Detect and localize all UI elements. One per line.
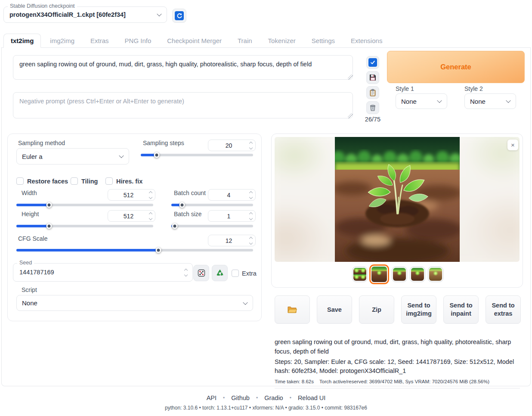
cfg-scale-input[interactable] [208,235,256,246]
style2-value: None [470,98,486,105]
sampling-steps-slider[interactable] [141,154,253,156]
slider-handle[interactable] [172,224,177,229]
checkpoint-select[interactable]: Stable Diffusion checkpoint protogenX34O… [3,6,167,23]
sampling-method-value: Euler a [22,153,43,160]
thumbnail[interactable] [410,267,425,282]
batch-count-label: Batch count [174,189,206,196]
clipboard-icon [369,89,377,96]
footer-link-api[interactable]: API [207,394,217,401]
recycle-icon [216,269,224,277]
extra-seed-checkbox[interactable] [232,270,239,277]
batch-size-slider[interactable] [171,225,253,227]
script-select[interactable]: None [16,295,253,311]
thumbnail[interactable] [428,267,443,282]
thumbnail-grid[interactable] [352,267,368,282]
width-input[interactable] [108,189,155,201]
tab-extensions[interactable]: Extensions [344,34,389,47]
thumbnail[interactable] [392,267,407,282]
reuse-seed-button[interactable] [212,265,228,281]
script-value: None [22,299,37,307]
image-viewer [275,137,520,262]
batch-count-slider[interactable] [171,204,253,206]
style2-select[interactable]: None [464,93,516,109]
dice-icon [197,269,206,277]
thumbnail-selected[interactable] [369,264,389,284]
cfg-scale-slider[interactable] [16,249,253,251]
chevron-down-icon [506,98,510,103]
width-label: Width [22,189,37,196]
tab-png-info[interactable]: PNG Info [118,34,158,47]
width-slider[interactable] [16,204,153,206]
sampling-steps-input[interactable] [208,140,256,151]
negative-prompt-input[interactable] [13,92,353,118]
tab-txt2img[interactable]: txt2img [3,34,41,48]
batch-count-input[interactable] [208,189,256,201]
vram-stats: Torch active/reserved: 3699/4702 MiB, Sy… [319,379,489,384]
seed-input[interactable]: Seed 1441787169 [13,263,193,282]
close-image-button[interactable]: × [507,140,518,150]
chevron-down-icon [243,300,247,304]
open-folder-button[interactable] [275,295,310,324]
chevron-down-icon [157,12,161,16]
generate-button[interactable]: Generate [387,51,525,83]
save-button[interactable]: Save [317,295,352,324]
slider-handle[interactable] [156,248,161,253]
zip-button[interactable]: Zip [359,295,394,324]
spinner-icon[interactable] [149,192,152,199]
spinner-icon[interactable] [250,237,252,244]
paste-style-clipboard-button[interactable] [366,86,379,99]
slider-handle[interactable] [46,224,52,229]
time-taken: Time taken: 8.62s [275,379,314,384]
restore-faces-checkbox[interactable] [16,177,24,185]
bullet-separator: • [223,395,225,401]
seed-label: Seed [17,260,34,266]
batch-size-input[interactable] [208,210,256,222]
tab-settings[interactable]: Settings [305,34,342,47]
send-to-inpaint-button[interactable]: Send to inpaint [443,295,479,324]
refresh-checkpoints-button[interactable] [172,9,186,23]
style1-select[interactable]: None [396,93,447,109]
tab-extras[interactable]: Extras [84,34,116,47]
clear-prompt-trash-button[interactable] [366,101,379,114]
generated-image[interactable] [335,137,460,262]
thumbnail-image [411,268,424,281]
hires-fix-checkbox[interactable] [105,177,113,185]
footer-links: API • Github • Gradio • Reload UI [207,394,326,401]
close-icon: × [511,141,515,149]
generation-info: green sapling rowing out of ground, mud,… [275,338,520,388]
spinner-icon[interactable] [250,192,252,199]
slider-handle[interactable] [154,152,159,158]
height-slider[interactable] [16,225,153,227]
apply-style-check-button[interactable] [366,56,379,69]
checkpoint-value: protogenX34OfficialR_1.ckpt [60fe2f34] [9,11,126,18]
spinner-icon[interactable] [250,142,252,149]
footer-link-github[interactable]: Github [231,394,250,401]
sampling-steps-label: Sampling steps [143,140,184,146]
height-label: Height [22,211,39,217]
prompt-input[interactable]: green sapling rowing out of ground, mud,… [13,55,353,80]
slider-handle[interactable] [179,202,185,208]
spinner-icon[interactable] [250,213,252,220]
spinner-icon[interactable] [185,269,187,276]
spinner-icon[interactable] [149,213,152,220]
info-prompt-text: green sapling rowing out of ground, mud,… [275,338,520,357]
extra-seed-label: Extra [242,270,257,277]
height-input[interactable] [108,210,155,222]
tab-img2img[interactable]: img2img [43,34,81,47]
tab-checkpoint-merger[interactable]: Checkpoint Merger [160,34,229,47]
sampling-method-select[interactable]: Euler a [16,148,129,165]
tab-tokenizer[interactable]: Tokenizer [261,34,303,47]
random-seed-button[interactable] [193,265,209,281]
footer-link-gradio[interactable]: Gradio [264,394,283,401]
slider-handle[interactable] [46,202,52,208]
save-style-button[interactable] [366,71,379,84]
folder-icon [287,305,297,314]
stable-diffusion-webui: Stable Diffusion checkpoint protogenX34O… [0,0,532,416]
chevron-down-icon [119,153,124,158]
tab-train[interactable]: Train [231,34,259,47]
send-to-img2img-button[interactable]: Send to img2img [401,295,436,324]
footer-versions: python: 3.10.6 • torch: 1.13.1+cu117 • x… [0,405,532,411]
footer-link-reload-ui[interactable]: Reload UI [298,394,325,401]
tiling-checkbox[interactable] [71,177,78,185]
send-to-extras-button[interactable]: Send to extras [486,295,521,324]
